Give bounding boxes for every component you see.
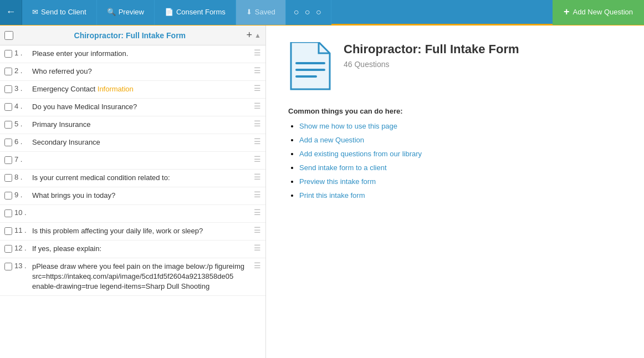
question-text: Do you have Medical Insurance? bbox=[32, 102, 254, 112]
saved-button[interactable]: ⬇ Saved bbox=[236, 0, 286, 25]
common-link-item: Add a new Question bbox=[299, 136, 622, 144]
common-link[interactable]: Add a new Question bbox=[299, 136, 364, 144]
save-icon: ⬇ bbox=[246, 8, 252, 16]
question-item[interactable]: 7 .☰ bbox=[0, 152, 265, 170]
question-text: Please enter your information. bbox=[32, 49, 254, 59]
question-text: What brings you in today? bbox=[32, 191, 254, 201]
question-checkbox[interactable] bbox=[4, 103, 12, 111]
question-number: 2 . bbox=[14, 67, 30, 75]
question-checkbox[interactable] bbox=[4, 139, 12, 146]
drag-handle-icon[interactable]: ☰ bbox=[254, 208, 261, 216]
question-checkbox[interactable] bbox=[4, 156, 12, 164]
add-new-question-button[interactable]: + Add New Question bbox=[553, 0, 644, 25]
common-link-item: Show me how to use this page bbox=[299, 122, 622, 130]
left-panel-header: Chiropractor: Full Intake Form + ▲ bbox=[0, 25, 265, 45]
question-item[interactable]: 9 .What brings you in today?☰ bbox=[0, 187, 265, 205]
form-main-title: Chiropractor: Full Intake Form bbox=[344, 42, 519, 57]
drag-handle-icon[interactable]: ☰ bbox=[254, 49, 261, 57]
scroll-indicator: ▲ bbox=[254, 32, 261, 39]
question-checkbox[interactable] bbox=[4, 227, 12, 235]
question-item[interactable]: 1 .Please enter your information.☰ bbox=[0, 45, 265, 63]
question-item[interactable]: 2 .Who referred you?☰ bbox=[0, 63, 265, 81]
plus-icon: + bbox=[564, 6, 570, 18]
form-title-section: Chiropractor: Full Intake Form 46 Questi… bbox=[344, 42, 519, 69]
add-section-button[interactable]: + bbox=[247, 29, 253, 41]
question-item[interactable]: 4 .Do you have Medical Insurance?☰ bbox=[0, 99, 265, 116]
document-icon: 📄 bbox=[165, 8, 173, 16]
question-checkbox[interactable] bbox=[4, 50, 12, 58]
preview-button[interactable]: 🔍 Preview bbox=[97, 0, 155, 25]
main-content: Chiropractor: Full Intake Form + ▲ 1 .Pl… bbox=[0, 25, 644, 358]
question-text: If yes, please explain: bbox=[32, 244, 254, 254]
common-link[interactable]: Add existing questions from our library bbox=[299, 150, 422, 158]
question-text: Emergency Contact Information bbox=[32, 84, 254, 94]
question-text: Is your current medical condition relate… bbox=[32, 173, 254, 183]
arrow-left-icon: ← bbox=[6, 6, 16, 18]
question-checkbox[interactable] bbox=[4, 68, 12, 75]
common-link-item: Send intake form to a client bbox=[299, 163, 622, 172]
form-question-count: 46 Questions bbox=[344, 60, 519, 69]
form-info: Chiropractor: Full Intake Form 46 Questi… bbox=[288, 42, 622, 94]
common-link[interactable]: Show me how to use this page bbox=[299, 122, 397, 130]
question-list: 1 .Please enter your information.☰2 .Who… bbox=[0, 45, 265, 358]
question-checkbox[interactable] bbox=[4, 174, 12, 182]
envelope-icon: ✉ bbox=[32, 8, 38, 16]
question-item[interactable]: 13 .pPlease draw where you feel pain on … bbox=[0, 258, 265, 296]
common-link[interactable]: Print this intake form bbox=[299, 191, 365, 200]
consent-forms-button[interactable]: 📄 Consent Forms bbox=[155, 0, 236, 25]
question-number: 8 . bbox=[14, 173, 30, 181]
question-number: 6 . bbox=[14, 137, 30, 146]
left-panel: Chiropractor: Full Intake Form + ▲ 1 .Pl… bbox=[0, 25, 266, 358]
question-number: 13 . bbox=[14, 262, 30, 270]
question-number: 5 . bbox=[14, 120, 30, 128]
drag-handle-icon[interactable]: ☰ bbox=[254, 84, 261, 92]
navbar: ← ✉ Send to Client 🔍 Preview 📄 Consent F… bbox=[0, 0, 644, 25]
drag-handle-icon[interactable]: ☰ bbox=[254, 191, 261, 198]
drag-handle-icon[interactable]: ☰ bbox=[254, 244, 261, 252]
question-checkbox[interactable] bbox=[4, 263, 12, 270]
question-item[interactable]: 8 .Is your current medical condition rel… bbox=[0, 170, 265, 187]
question-item[interactable]: 6 .Secondary Insurance☰ bbox=[0, 134, 265, 152]
question-checkbox[interactable] bbox=[4, 245, 12, 253]
question-item[interactable]: 10 .☰ bbox=[0, 205, 265, 223]
common-link-item: Add existing questions from our library bbox=[299, 150, 622, 158]
common-link[interactable]: Send intake form to a client bbox=[299, 163, 387, 172]
question-text: Primary Insurance bbox=[32, 120, 254, 130]
question-checkbox[interactable] bbox=[4, 121, 12, 129]
question-text: Is this problem affecting your daily lif… bbox=[32, 226, 254, 236]
drag-handle-icon[interactable]: ☰ bbox=[254, 67, 261, 74]
form-document-icon bbox=[288, 42, 333, 94]
more-options-button[interactable]: ○ ○ ○ bbox=[286, 0, 331, 25]
question-number: 4 . bbox=[14, 102, 30, 110]
question-number: 12 . bbox=[14, 244, 30, 252]
question-item[interactable]: 11 .Is this problem affecting your daily… bbox=[0, 223, 265, 241]
form-title-left: Chiropractor: Full Intake Form bbox=[18, 31, 242, 40]
search-icon: 🔍 bbox=[107, 8, 116, 16]
send-to-client-button[interactable]: ✉ Send to Client bbox=[22, 0, 97, 25]
drag-handle-icon[interactable]: ☰ bbox=[254, 102, 261, 110]
question-checkbox[interactable] bbox=[4, 209, 12, 217]
right-panel: Chiropractor: Full Intake Form 46 Questi… bbox=[266, 25, 644, 358]
question-checkbox[interactable] bbox=[4, 85, 12, 93]
question-text: pPlease draw where you feel pain on the … bbox=[32, 262, 254, 292]
back-button[interactable]: ← bbox=[0, 0, 22, 25]
drag-handle-icon[interactable]: ☰ bbox=[254, 137, 261, 145]
question-text: Secondary Insurance bbox=[32, 137, 254, 147]
drag-handle-icon[interactable]: ☰ bbox=[254, 262, 261, 269]
question-checkbox[interactable] bbox=[4, 192, 12, 200]
question-item[interactable]: 3 .Emergency Contact Information☰ bbox=[0, 81, 265, 99]
question-item[interactable]: 12 .If yes, please explain:☰ bbox=[0, 241, 265, 258]
drag-handle-icon[interactable]: ☰ bbox=[254, 173, 261, 181]
drag-handle-icon[interactable]: ☰ bbox=[254, 226, 261, 234]
common-things-heading: Common things you can do here: bbox=[288, 107, 622, 115]
drag-handle-icon[interactable]: ☰ bbox=[254, 155, 261, 163]
question-number: 3 . bbox=[14, 84, 30, 93]
common-link-item: Print this intake form bbox=[299, 191, 622, 200]
question-item[interactable]: 5 .Primary Insurance☰ bbox=[0, 116, 265, 134]
question-number: 1 . bbox=[14, 49, 30, 57]
common-link[interactable]: Preview this intake form bbox=[299, 177, 376, 186]
common-link-item: Preview this intake form bbox=[299, 177, 622, 186]
drag-handle-icon[interactable]: ☰ bbox=[254, 120, 261, 127]
select-all-checkbox[interactable] bbox=[4, 31, 13, 40]
question-text: Who referred you? bbox=[32, 67, 254, 76]
